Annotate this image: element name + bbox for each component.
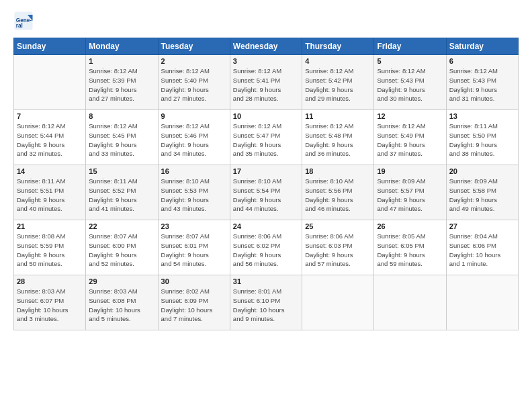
day-number: 2 [161, 57, 227, 65]
day-info: Sunrise: 8:04 AM Sunset: 6:06 PM Dayligh… [449, 232, 515, 269]
calendar-cell: 12Sunrise: 8:12 AM Sunset: 5:49 PM Dayli… [374, 110, 446, 165]
weekday-header: Wednesday [230, 38, 302, 55]
calendar-cell [374, 275, 446, 330]
day-info: Sunrise: 8:06 AM Sunset: 6:02 PM Dayligh… [233, 232, 299, 269]
calendar-cell: 10Sunrise: 8:12 AM Sunset: 5:47 PM Dayli… [230, 110, 302, 165]
calendar-cell [14, 55, 86, 110]
calendar-table: SundayMondayTuesdayWednesdayThursdayFrid… [13, 38, 519, 330]
calendar-cell: 27Sunrise: 8:04 AM Sunset: 6:06 PM Dayli… [446, 220, 518, 275]
day-info: Sunrise: 8:08 AM Sunset: 5:59 PM Dayligh… [17, 232, 83, 269]
calendar-cell: 14Sunrise: 8:11 AM Sunset: 5:51 PM Dayli… [14, 165, 86, 220]
calendar-header: SundayMondayTuesdayWednesdayThursdayFrid… [14, 38, 519, 55]
day-info: Sunrise: 8:03 AM Sunset: 6:08 PM Dayligh… [89, 287, 154, 324]
day-info: Sunrise: 8:11 AM Sunset: 5:50 PM Dayligh… [449, 122, 515, 158]
day-info: Sunrise: 8:12 AM Sunset: 5:45 PM Dayligh… [89, 122, 154, 158]
calendar-cell: 25Sunrise: 8:06 AM Sunset: 6:03 PM Dayli… [302, 220, 374, 275]
calendar-cell: 30Sunrise: 8:02 AM Sunset: 6:09 PM Dayli… [158, 275, 230, 330]
day-number: 28 [17, 277, 83, 285]
day-info: Sunrise: 8:10 AM Sunset: 5:54 PM Dayligh… [233, 177, 299, 214]
day-info: Sunrise: 8:12 AM Sunset: 5:41 PM Dayligh… [233, 66, 299, 103]
day-number: 23 [161, 222, 227, 230]
calendar-page: Gene- ral SundayMondayTuesdayWednesdayTh… [0, 0, 532, 411]
day-number: 1 [89, 57, 154, 65]
day-number: 15 [89, 167, 154, 175]
day-number: 18 [305, 167, 371, 175]
day-number: 4 [305, 57, 371, 65]
weekday-header: Tuesday [158, 38, 230, 55]
calendar-cell: 22Sunrise: 8:07 AM Sunset: 6:00 PM Dayli… [86, 220, 158, 275]
calendar-cell [446, 275, 518, 330]
calendar-cell: 9Sunrise: 8:12 AM Sunset: 5:46 PM Daylig… [158, 110, 230, 165]
day-info: Sunrise: 8:05 AM Sunset: 6:05 PM Dayligh… [377, 232, 443, 269]
weekday-header: Monday [86, 38, 158, 55]
calendar-body: 1Sunrise: 8:12 AM Sunset: 5:39 PM Daylig… [14, 55, 519, 330]
day-number: 10 [233, 112, 299, 120]
day-number: 12 [377, 112, 443, 120]
day-number: 27 [449, 222, 515, 230]
calendar-cell: 17Sunrise: 8:10 AM Sunset: 5:54 PM Dayli… [230, 165, 302, 220]
day-info: Sunrise: 8:12 AM Sunset: 5:44 PM Dayligh… [17, 122, 83, 158]
calendar-cell: 5Sunrise: 8:12 AM Sunset: 5:43 PM Daylig… [374, 55, 446, 110]
day-number: 6 [449, 57, 515, 65]
calendar-cell: 28Sunrise: 8:03 AM Sunset: 6:07 PM Dayli… [14, 275, 86, 330]
calendar-cell: 19Sunrise: 8:09 AM Sunset: 5:57 PM Dayli… [374, 165, 446, 220]
weekday-header: Thursday [302, 38, 374, 55]
calendar-cell: 1Sunrise: 8:12 AM Sunset: 5:39 PM Daylig… [86, 55, 158, 110]
day-info: Sunrise: 8:03 AM Sunset: 6:07 PM Dayligh… [17, 287, 83, 324]
day-number: 8 [89, 112, 154, 120]
day-number: 13 [449, 112, 515, 120]
page-header: Gene- ral [13, 11, 519, 31]
day-number: 30 [161, 277, 227, 285]
day-info: Sunrise: 8:09 AM Sunset: 5:57 PM Dayligh… [377, 177, 443, 214]
weekday-header: Friday [374, 38, 446, 55]
day-number: 29 [89, 277, 154, 285]
day-info: Sunrise: 8:10 AM Sunset: 5:56 PM Dayligh… [305, 177, 371, 214]
day-info: Sunrise: 8:12 AM Sunset: 5:49 PM Dayligh… [377, 122, 443, 158]
day-info: Sunrise: 8:12 AM Sunset: 5:48 PM Dayligh… [305, 122, 371, 158]
day-info: Sunrise: 8:11 AM Sunset: 5:52 PM Dayligh… [89, 177, 154, 214]
day-info: Sunrise: 8:02 AM Sunset: 6:09 PM Dayligh… [161, 287, 227, 324]
logo-icon: Gene- ral [13, 11, 34, 31]
day-number: 20 [449, 167, 515, 175]
calendar-cell [302, 275, 374, 330]
day-info: Sunrise: 8:07 AM Sunset: 6:01 PM Dayligh… [161, 232, 227, 269]
day-number: 9 [161, 112, 227, 120]
day-number: 5 [377, 57, 443, 65]
day-number: 11 [305, 112, 371, 120]
day-number: 26 [377, 222, 443, 230]
day-info: Sunrise: 8:12 AM Sunset: 5:43 PM Dayligh… [377, 66, 443, 103]
calendar-cell: 18Sunrise: 8:10 AM Sunset: 5:56 PM Dayli… [302, 165, 374, 220]
calendar-cell: 16Sunrise: 8:10 AM Sunset: 5:53 PM Dayli… [158, 165, 230, 220]
weekday-header: Sunday [14, 38, 86, 55]
calendar-cell: 15Sunrise: 8:11 AM Sunset: 5:52 PM Dayli… [86, 165, 158, 220]
calendar-cell: 26Sunrise: 8:05 AM Sunset: 6:05 PM Dayli… [374, 220, 446, 275]
day-info: Sunrise: 8:12 AM Sunset: 5:42 PM Dayligh… [305, 66, 371, 103]
calendar-cell: 29Sunrise: 8:03 AM Sunset: 6:08 PM Dayli… [86, 275, 158, 330]
weekday-header: Saturday [446, 38, 518, 55]
day-number: 24 [233, 222, 299, 230]
svg-text:ral: ral [16, 23, 23, 29]
day-number: 17 [233, 167, 299, 175]
calendar-cell: 2Sunrise: 8:12 AM Sunset: 5:40 PM Daylig… [158, 55, 230, 110]
calendar-cell: 4Sunrise: 8:12 AM Sunset: 5:42 PM Daylig… [302, 55, 374, 110]
calendar-cell: 20Sunrise: 8:09 AM Sunset: 5:58 PM Dayli… [446, 165, 518, 220]
day-info: Sunrise: 8:07 AM Sunset: 6:00 PM Dayligh… [89, 232, 154, 269]
day-number: 21 [17, 222, 83, 230]
day-info: Sunrise: 8:06 AM Sunset: 6:03 PM Dayligh… [305, 232, 371, 269]
calendar-cell: 8Sunrise: 8:12 AM Sunset: 5:45 PM Daylig… [86, 110, 158, 165]
calendar-cell: 21Sunrise: 8:08 AM Sunset: 5:59 PM Dayli… [14, 220, 86, 275]
calendar-cell: 23Sunrise: 8:07 AM Sunset: 6:01 PM Dayli… [158, 220, 230, 275]
calendar-cell: 11Sunrise: 8:12 AM Sunset: 5:48 PM Dayli… [302, 110, 374, 165]
day-info: Sunrise: 8:10 AM Sunset: 5:53 PM Dayligh… [161, 177, 227, 214]
day-number: 22 [89, 222, 154, 230]
day-info: Sunrise: 8:09 AM Sunset: 5:58 PM Dayligh… [449, 177, 515, 214]
day-number: 14 [17, 167, 83, 175]
day-number: 16 [161, 167, 227, 175]
calendar-cell: 13Sunrise: 8:11 AM Sunset: 5:50 PM Dayli… [446, 110, 518, 165]
day-number: 19 [377, 167, 443, 175]
day-info: Sunrise: 8:12 AM Sunset: 5:40 PM Dayligh… [161, 66, 227, 103]
day-info: Sunrise: 8:12 AM Sunset: 5:39 PM Dayligh… [89, 66, 154, 103]
calendar-cell: 3Sunrise: 8:12 AM Sunset: 5:41 PM Daylig… [230, 55, 302, 110]
day-info: Sunrise: 8:12 AM Sunset: 5:43 PM Dayligh… [449, 66, 515, 103]
logo: Gene- ral [13, 11, 35, 31]
